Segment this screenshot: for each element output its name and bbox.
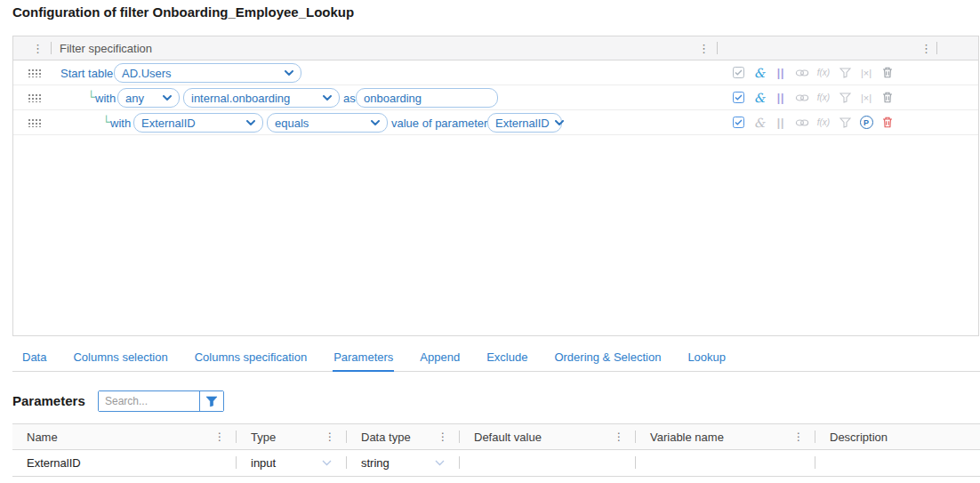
tab-ordering-selection[interactable]: Ordering & Selection xyxy=(553,349,662,372)
search-filter-button[interactable] xyxy=(199,391,223,411)
column-header-data-type: Data type ⋮ xyxy=(347,424,460,449)
column-menu-icon[interactable]: ⋮ xyxy=(438,431,448,443)
divider xyxy=(51,42,52,54)
chevron-down-icon xyxy=(371,120,380,126)
chevron-down-icon xyxy=(285,70,293,76)
column-header-name: Name ⋮ xyxy=(12,424,237,449)
chevron-down-icon xyxy=(246,120,255,126)
tab-data[interactable]: Data xyxy=(21,349,47,372)
parameter-select[interactable]: ExternalID xyxy=(487,113,562,133)
tab-append[interactable]: Append xyxy=(419,349,461,372)
parameter-badge-icon[interactable]: P xyxy=(855,116,877,129)
row-actions: & || f(x) |×| xyxy=(727,60,898,85)
filter-icon[interactable] xyxy=(834,68,855,78)
divider xyxy=(936,42,937,54)
row-actions: & || f(x) |×| xyxy=(727,85,898,109)
function-icon[interactable]: f(x) xyxy=(813,68,834,77)
drag-handle-icon[interactable] xyxy=(28,93,41,102)
or-operator-icon[interactable]: || xyxy=(770,92,791,104)
column-menu-icon[interactable]: ⋮ xyxy=(325,431,335,443)
relation-select[interactable]: internal.onboarding xyxy=(183,88,340,108)
filter-row-with-relation: └ with any internal.onboarding as & || f… xyxy=(13,85,978,110)
column-header-description: Description xyxy=(815,424,980,449)
divider xyxy=(717,42,718,54)
chevron-down-icon xyxy=(323,95,332,101)
panel-menu-icon-3[interactable]: ⋮ xyxy=(920,43,932,54)
filter-row-start-table: Start table AD.Users & || f(x) |×| xyxy=(13,60,978,85)
enabled-checkbox[interactable] xyxy=(727,67,749,78)
cell-default-value[interactable] xyxy=(460,450,636,476)
exclude-icon[interactable]: |×| xyxy=(855,68,877,78)
filter-icon[interactable] xyxy=(834,93,855,103)
check-icon xyxy=(735,119,743,125)
panel-menu-icon[interactable]: ⋮ xyxy=(32,43,44,54)
delete-icon[interactable] xyxy=(877,67,898,78)
operator-select[interactable]: equals xyxy=(267,113,388,133)
value-of-parameter-label: value of parameter xyxy=(391,116,487,129)
chevron-down-icon xyxy=(163,95,172,101)
parameters-search xyxy=(98,390,224,412)
filter-icon[interactable] xyxy=(834,117,855,128)
chevron-down-icon xyxy=(322,460,332,466)
and-operator-icon[interactable]: & xyxy=(749,66,770,80)
column-header-type: Type ⋮ xyxy=(237,424,347,449)
panel-menu-icon-2[interactable]: ⋮ xyxy=(698,43,710,54)
column-menu-icon[interactable]: ⋮ xyxy=(214,431,225,443)
drag-handle-icon[interactable] xyxy=(28,118,41,127)
or-operator-icon[interactable]: || xyxy=(770,67,791,79)
cell-data-type[interactable]: string xyxy=(347,450,460,476)
function-icon[interactable]: f(x) xyxy=(813,117,834,127)
enabled-checkbox[interactable] xyxy=(727,92,749,103)
with-label: with xyxy=(110,116,131,129)
chevron-down-icon xyxy=(435,460,445,466)
tab-parameters[interactable]: Parameters xyxy=(333,349,394,372)
tab-columns-selection[interactable]: Columns selection xyxy=(72,349,168,372)
filter-icon xyxy=(205,396,218,407)
column-header-default-value: Default value ⋮ xyxy=(460,424,636,449)
as-label: as xyxy=(343,91,356,104)
cell-type[interactable]: input xyxy=(237,450,347,476)
filter-specification-panel: ⋮ Filter specification ⋮ ⋮ Start table A… xyxy=(12,36,979,336)
delete-icon[interactable] xyxy=(877,117,898,128)
tab-lookup[interactable]: Lookup xyxy=(687,349,727,372)
and-operator-icon[interactable]: & xyxy=(749,116,770,130)
quantifier-select[interactable]: any xyxy=(117,88,180,108)
chevron-down-icon xyxy=(555,120,564,126)
with-label: with xyxy=(95,91,116,104)
column-header-variable-name: Variable name ⋮ xyxy=(636,424,815,449)
or-operator-icon[interactable]: || xyxy=(770,117,791,129)
tree-connector-icon: └ xyxy=(87,90,95,103)
tab-columns-specification[interactable]: Columns specification xyxy=(194,349,308,372)
delete-icon[interactable] xyxy=(877,92,898,103)
panel-header: ⋮ Filter specification ⋮ ⋮ xyxy=(13,36,978,60)
column-menu-icon[interactable]: ⋮ xyxy=(614,431,624,443)
parameter-row[interactable]: ExternalID input string xyxy=(12,450,980,477)
link-icon[interactable] xyxy=(791,118,813,127)
cell-variable-name[interactable] xyxy=(636,450,815,476)
column-menu-icon[interactable]: ⋮ xyxy=(793,431,804,443)
page-title: Configuration of filter Onboarding_Emplo… xyxy=(12,4,354,20)
exclude-icon[interactable]: |×| xyxy=(855,93,877,103)
parameters-heading: Parameters xyxy=(12,393,85,408)
tab-exclude[interactable]: Exclude xyxy=(486,349,528,372)
start-table-select[interactable]: AD.Users xyxy=(114,63,301,83)
column-select[interactable]: ExternalID xyxy=(133,113,263,133)
and-operator-icon[interactable]: & xyxy=(749,91,770,105)
enabled-checkbox[interactable] xyxy=(727,117,749,128)
cell-description[interactable] xyxy=(815,450,980,476)
alias-input[interactable] xyxy=(356,88,498,108)
start-table-label: Start table xyxy=(60,66,113,79)
cell-name: ExternalID xyxy=(12,450,237,476)
check-icon xyxy=(735,94,743,101)
filter-row-with-condition: └ with ExternalID equals value of parame… xyxy=(13,110,978,135)
drag-handle-icon[interactable] xyxy=(28,68,41,77)
check-icon xyxy=(735,69,743,76)
link-icon[interactable] xyxy=(791,68,813,77)
search-input[interactable] xyxy=(99,391,199,411)
parameters-table: Name ⋮ Type ⋮ Data type ⋮ Default value … xyxy=(12,423,980,477)
function-icon[interactable]: f(x) xyxy=(813,93,834,102)
link-icon[interactable] xyxy=(791,93,813,102)
config-tabs: Data Columns selection Columns specifica… xyxy=(12,349,980,372)
tree-connector-icon: └ xyxy=(102,115,110,128)
panel-title: Filter specification xyxy=(60,42,152,55)
